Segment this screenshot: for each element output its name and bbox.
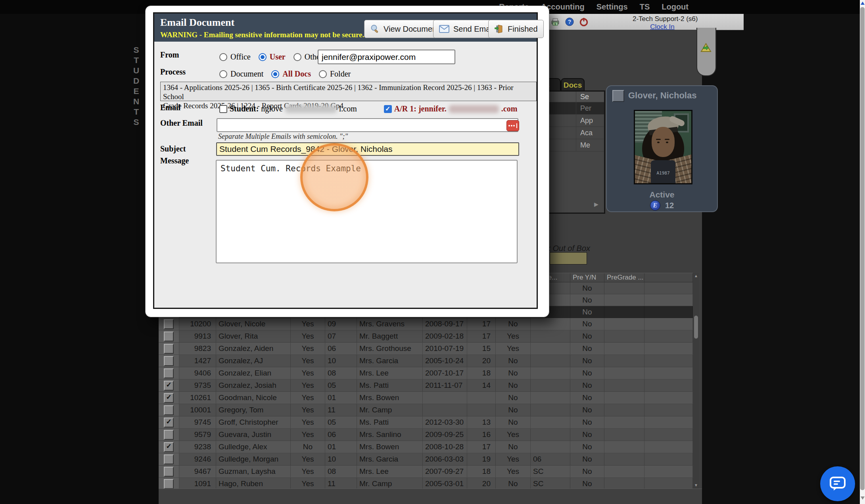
scroll-up-icon[interactable] xyxy=(861,2,865,5)
table-row[interactable]: ✓9238Gulledge, AlexNo01Mrs. Bowen2008-10… xyxy=(159,441,699,453)
table-cell xyxy=(604,355,644,367)
table-header-cell[interactable]: Pre Y/N xyxy=(570,273,604,282)
table-cell: Gulledge, Morgan xyxy=(216,453,291,465)
row-checkbox[interactable]: ✓ xyxy=(164,381,174,391)
from-user-radio[interactable] xyxy=(259,53,267,61)
table-row[interactable]: ✓10261Goodman, NicoleYes01Mrs. BowenNoNo xyxy=(159,392,699,404)
table-row[interactable]: 9406Gonzalez, ElianYes08Mrs. Lee2007-10-… xyxy=(159,367,699,379)
table-row[interactable]: 10200Glover, NicoleYes09Mrs. Gravens2008… xyxy=(159,318,699,330)
student-card-checkbox[interactable] xyxy=(612,90,624,102)
table-row[interactable]: 9467Guzman, LayshaYes08Mrs. Lee2007-09-2… xyxy=(159,466,699,478)
other-email-input[interactable] xyxy=(217,118,518,132)
student-email-suffix: l.com xyxy=(339,104,357,113)
table-row[interactable]: ✓9735Gonzalez, JosiahYes05Ms. Patti2011-… xyxy=(159,379,699,392)
table-row[interactable]: 9913Glover, RitaYes07Mr. Baggett2009-02-… xyxy=(159,330,699,343)
table-row[interactable]: 9246Gulledge, MorganYes10Mrs. Garcia2006… xyxy=(159,453,699,466)
table-cell: No xyxy=(291,441,325,453)
table-cell: 2007-10-17 xyxy=(423,367,467,379)
table-cell: Yes xyxy=(496,343,531,355)
subject-input[interactable] xyxy=(216,142,519,156)
row-checkbox[interactable]: ✓ xyxy=(164,418,174,427)
table-cell xyxy=(604,441,644,453)
process-document-radio[interactable] xyxy=(219,70,227,78)
table-cell: No xyxy=(570,367,604,379)
table-scrollbar[interactable]: ▲ ▼ xyxy=(693,273,699,489)
nav-item-ts[interactable]: TS xyxy=(640,2,650,11)
table-cell xyxy=(531,367,570,379)
table-cell xyxy=(467,392,496,404)
row-checkbox[interactable] xyxy=(164,344,174,354)
table-cell: 9913 xyxy=(179,330,216,342)
row-checkbox[interactable]: ✓ xyxy=(164,442,174,452)
ar1-email-checkbox[interactable]: ✓ xyxy=(384,105,392,113)
table-header-cell[interactable] xyxy=(644,273,693,282)
table-cell: Ms. Patti xyxy=(357,379,423,391)
table-row[interactable]: 9579Guevara, JustinYes06Mrs. Sanlino2009… xyxy=(159,429,699,441)
table-cell: Glover, Rita xyxy=(216,330,291,342)
help-icon[interactable]: ? xyxy=(565,17,574,27)
printer-icon[interactable]: $ xyxy=(550,17,560,27)
from-office-radio[interactable] xyxy=(219,53,227,61)
student-status: Active xyxy=(607,190,717,199)
from-other-radio[interactable] xyxy=(293,53,301,61)
browser-scrollbar[interactable] xyxy=(860,0,865,504)
table-cell xyxy=(644,330,693,342)
row-checkbox[interactable] xyxy=(164,368,174,378)
chat-launcher-button[interactable] xyxy=(820,466,855,501)
row-checkbox[interactable] xyxy=(164,356,174,366)
row-checkbox[interactable] xyxy=(164,319,174,329)
nav-item-logout[interactable]: Logout xyxy=(662,2,689,11)
row-checkbox[interactable] xyxy=(164,454,174,464)
table-cell: Yes xyxy=(291,466,325,477)
tab-docs[interactable]: Docs xyxy=(561,78,585,91)
scroll-down-icon[interactable] xyxy=(861,496,865,500)
table-cell xyxy=(531,404,570,416)
table-cell: 18 xyxy=(467,367,496,379)
table-cell: 9246 xyxy=(179,453,216,465)
other-email-label: Other Email xyxy=(160,119,203,128)
student-email-checkbox[interactable] xyxy=(219,105,227,113)
row-checkbox[interactable] xyxy=(164,479,174,489)
process-alldocs-radio[interactable] xyxy=(271,70,279,78)
row-checkbox[interactable] xyxy=(164,332,174,341)
table-row[interactable]: ✓9745Groff, ChristopherYes05Ms. Patti201… xyxy=(159,416,699,429)
dialog-header: Email Document WARNING - Emailing sensit… xyxy=(154,13,537,42)
side-panel-handle[interactable] xyxy=(696,28,716,76)
table-scroll-down-icon[interactable]: ▼ xyxy=(693,482,699,489)
from-office-label: Office xyxy=(230,52,251,61)
table-scroll-up-icon[interactable]: ▲ xyxy=(693,273,699,279)
table-row[interactable]: 10001Gregory, TomYes11Mr. CampNoNo xyxy=(159,404,699,416)
message-textarea[interactable]: Student Cum. Records Example xyxy=(216,160,518,263)
table-cell: 15 xyxy=(467,343,496,355)
address-book-button[interactable] xyxy=(506,120,519,131)
table-scroll-thumb[interactable] xyxy=(694,316,698,339)
table-cell: Yes xyxy=(291,330,325,342)
row-checkbox[interactable]: ✓ xyxy=(164,393,174,403)
table-cell: Yes xyxy=(496,330,531,342)
table-cell: SC xyxy=(531,478,570,489)
table-cell: 9467 xyxy=(179,466,216,477)
row-checkbox[interactable] xyxy=(164,467,174,477)
nav-item-settings[interactable]: Settings xyxy=(596,2,628,11)
power-icon[interactable] xyxy=(579,17,589,27)
table-cell: No xyxy=(570,441,604,453)
row-checkbox[interactable] xyxy=(164,405,174,415)
table-row[interactable]: 1091Hago, RubenYes11Mr. Camp2005-03-0120… xyxy=(159,478,699,489)
scroll-thumb[interactable] xyxy=(860,7,865,490)
table-cell: Yes xyxy=(496,466,531,477)
table-header-cell[interactable]: PreGrade ... xyxy=(604,273,644,282)
out-of-box-input[interactable] xyxy=(550,252,587,264)
row-checkbox[interactable] xyxy=(164,430,174,440)
table-cell: Yes xyxy=(291,416,325,428)
finished-button[interactable]: Finished xyxy=(488,20,544,38)
table-row[interactable]: 1427Gonzalez, AJYes10Mrs. Garcia2005-10-… xyxy=(159,355,699,367)
table-cell xyxy=(604,404,644,416)
panel-scroll-right-icon[interactable]: ▶ xyxy=(594,201,598,207)
from-email-input[interactable] xyxy=(318,50,455,64)
table-row[interactable]: 9823Gonzalez, AidenYes06Mrs. Grothouse20… xyxy=(159,343,699,355)
table-cell: 10001 xyxy=(179,404,216,416)
row-checkbox-cell: ✓ xyxy=(159,392,179,404)
process-folder-radio[interactable] xyxy=(319,70,327,78)
student-card[interactable]: Glover, Nicholas A1987 Active xyxy=(606,85,718,212)
photo-face xyxy=(652,127,675,157)
